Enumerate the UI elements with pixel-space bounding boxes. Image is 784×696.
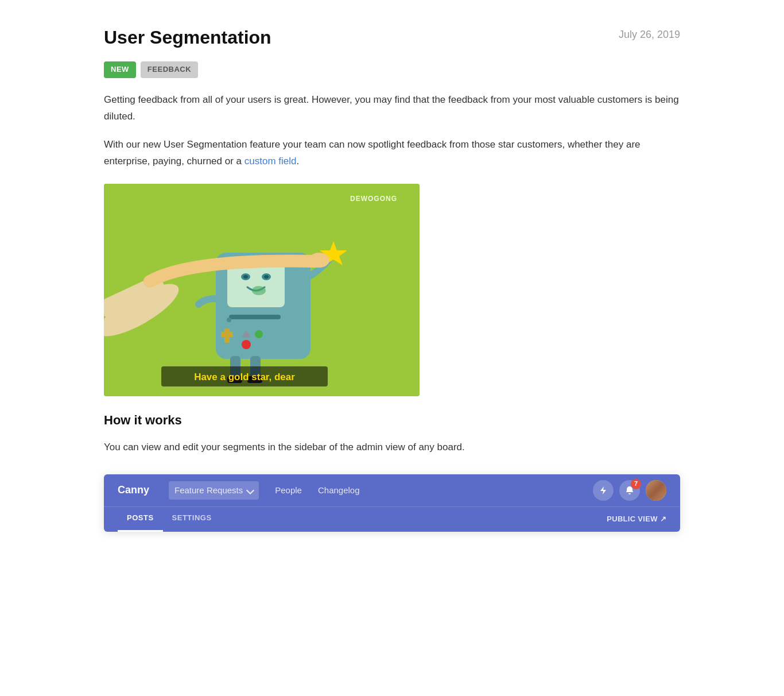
subnav-tabs: POSTS SETTINGS	[118, 506, 221, 532]
public-view-link[interactable]: PUBLIC VIEW ↗	[607, 513, 666, 525]
page-title: User Segmentation	[104, 23, 271, 52]
post-date: July 26, 2019	[619, 26, 680, 43]
svg-text:Have a gold star, dear: Have a gold star, dear	[194, 372, 295, 382]
tag-new: NEW	[104, 61, 136, 78]
nav-item-people[interactable]: People	[267, 474, 310, 506]
canny-logo: Canny	[118, 482, 149, 498]
feature-requests-label: Feature Requests	[174, 484, 243, 497]
nav-item-feature-requests[interactable]: Feature Requests	[161, 474, 267, 506]
svg-point-11	[227, 318, 231, 322]
svg-point-9	[252, 286, 266, 295]
avatar-image	[646, 480, 666, 501]
lightning-icon	[599, 486, 608, 495]
nav-item-changelog[interactable]: Changelog	[310, 474, 368, 506]
gif-image: Have a gold star, dear DEWOGONG	[104, 184, 420, 396]
svg-rect-10	[229, 315, 281, 319]
svg-point-22	[309, 253, 329, 268]
notification-count: 7	[631, 479, 641, 489]
svg-point-16	[242, 340, 251, 349]
chevron-down-icon	[246, 486, 254, 494]
canny-navbar: Canny Feature Requests People Changelog	[104, 474, 680, 506]
bmo-svg: Have a gold star, dear DEWOGONG	[104, 184, 420, 396]
svg-marker-26	[600, 486, 606, 494]
post-header: User Segmentation July 26, 2019	[104, 23, 680, 52]
how-it-works-text: You can view and edit your segments in t…	[104, 439, 680, 456]
svg-point-15	[255, 330, 263, 338]
lightning-icon-button[interactable]	[593, 480, 614, 501]
people-label: People	[275, 484, 302, 497]
notification-bell-button[interactable]: 7	[619, 480, 640, 501]
section-how-it-works: How it works	[104, 410, 680, 430]
svg-rect-13	[221, 332, 233, 337]
navbar-right: 7	[593, 480, 666, 501]
custom-field-link[interactable]: custom field	[244, 156, 297, 167]
paragraph-2: With our new User Segmentation feature y…	[104, 137, 680, 170]
tab-posts[interactable]: POSTS	[118, 506, 163, 532]
tags-row: NEW FEEDBACK	[104, 61, 680, 78]
changelog-label: Changelog	[318, 484, 360, 497]
paragraph-1: Getting feedback from all of your users …	[104, 92, 680, 125]
canny-ui-screenshot: Canny Feature Requests People Changelog	[104, 474, 680, 532]
feature-requests-dropdown[interactable]: Feature Requests	[169, 481, 259, 500]
svg-point-8	[264, 275, 269, 279]
canny-subnav: POSTS SETTINGS PUBLIC VIEW ↗	[104, 506, 680, 532]
svg-point-7	[243, 275, 248, 279]
tab-settings[interactable]: SETTINGS	[163, 506, 221, 532]
user-avatar[interactable]	[646, 480, 666, 501]
tag-feedback: FEEDBACK	[141, 61, 198, 78]
svg-text:DEWOGONG: DEWOGONG	[350, 195, 397, 203]
